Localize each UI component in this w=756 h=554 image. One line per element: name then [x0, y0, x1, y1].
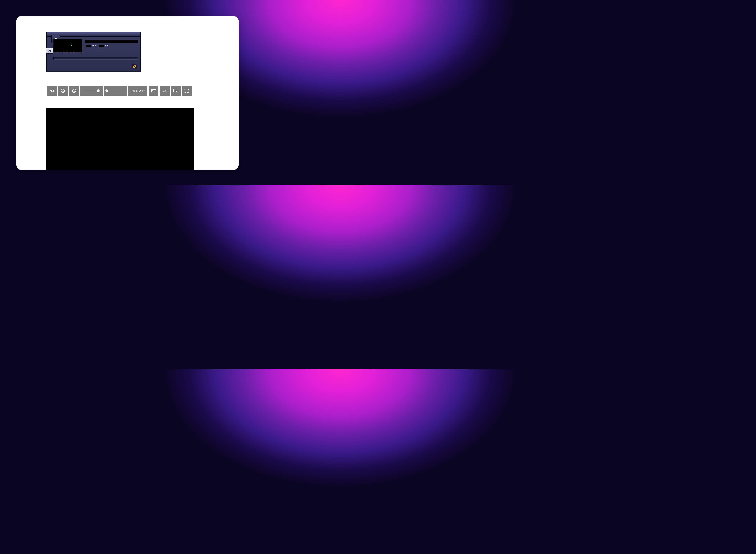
video-canvas[interactable] [46, 108, 194, 170]
svg-text:30: 30 [62, 91, 64, 92]
skip-back-icon: 30 [60, 88, 66, 93]
progress-slider[interactable] [104, 86, 127, 96]
pip-icon [173, 89, 178, 93]
skip-forward-icon: 30 [71, 88, 76, 93]
khz-value [99, 45, 104, 48]
kbps-label: kbps [92, 45, 98, 47]
picture-in-picture-button[interactable] [171, 86, 180, 96]
winamp-player: kbps kHz [46, 32, 141, 72]
next-track-button[interactable] [46, 48, 53, 54]
volume-slider[interactable] [80, 86, 103, 96]
svg-rect-5 [176, 91, 177, 92]
cc-icon: CC [151, 89, 156, 92]
winamp-seek-bar[interactable] [53, 57, 138, 60]
next-icon [48, 49, 52, 52]
khz-label: kHz [105, 45, 109, 47]
winamp-titlebar[interactable] [47, 32, 140, 37]
playback-speed-button[interactable]: 1x [160, 86, 170, 96]
fullscreen-button[interactable] [182, 86, 191, 96]
kbps-value [85, 45, 91, 48]
media-controls-bar: 30 30 -2:14 / 2:14 CC 1x [47, 86, 191, 96]
svg-text:30: 30 [73, 91, 75, 92]
visualizer[interactable] [53, 39, 82, 52]
volume-icon [50, 89, 54, 93]
volume-button[interactable] [47, 86, 57, 96]
svg-rect-0 [50, 50, 51, 52]
captions-button[interactable]: CC [149, 86, 159, 96]
track-title-display [85, 40, 138, 43]
skip-forward-button[interactable]: 30 [69, 86, 79, 96]
skip-back-button[interactable]: 30 [58, 86, 68, 96]
fullscreen-icon [184, 89, 189, 93]
app-card: kbps kHz 30 [16, 16, 239, 170]
winamp-logo-icon[interactable] [132, 64, 137, 69]
speed-label: 1x [163, 89, 166, 92]
time-display: -2:14 / 2:14 [128, 86, 148, 96]
